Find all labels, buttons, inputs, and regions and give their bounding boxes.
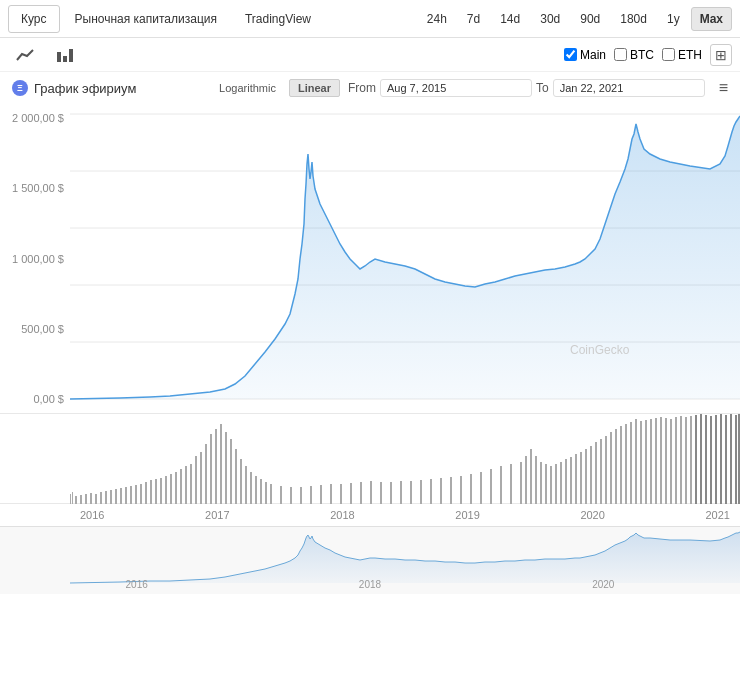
volume-area (0, 414, 740, 504)
tab-kurs[interactable]: Курс (8, 5, 60, 33)
x-axis-area: 2016 2017 2018 2019 2020 2021 (0, 504, 740, 526)
main-chart-canvas: CoinGecko (70, 104, 740, 413)
svg-rect-50 (265, 482, 267, 504)
svg-rect-52 (280, 486, 282, 504)
svg-rect-72 (480, 472, 482, 504)
logarithmic-scale-button[interactable]: Logarithmic (210, 79, 285, 97)
svg-rect-17 (100, 492, 102, 504)
svg-rect-106 (670, 419, 672, 504)
svg-rect-65 (410, 481, 412, 504)
svg-rect-73 (490, 469, 492, 504)
svg-rect-35 (190, 464, 192, 504)
fullscreen-button[interactable]: ⊞ (710, 44, 732, 66)
main-checkbox[interactable] (564, 48, 577, 61)
svg-rect-67 (430, 479, 432, 504)
mini-chart-area[interactable]: 2016 2018 2020 (0, 526, 740, 594)
svg-rect-40 (215, 429, 217, 504)
svg-rect-45 (240, 459, 242, 504)
svg-rect-31 (170, 474, 172, 504)
y-label-1000: 1 000,00 $ (4, 253, 64, 265)
x-label-2018: 2018 (330, 509, 354, 521)
svg-rect-93 (605, 436, 607, 504)
svg-rect-77 (525, 456, 527, 504)
eth-checkbox[interactable] (662, 48, 675, 61)
to-date-input[interactable] (553, 79, 705, 97)
svg-rect-30 (165, 476, 167, 504)
chart-header: Ξ График эфириум Logarithmic Linear From… (0, 72, 740, 104)
svg-rect-94 (610, 432, 612, 504)
svg-rect-83 (555, 464, 557, 504)
legend-main-label: Main (580, 48, 606, 62)
svg-rect-43 (230, 439, 232, 504)
svg-rect-89 (585, 449, 587, 504)
svg-rect-28 (155, 479, 157, 504)
svg-rect-18 (105, 491, 107, 504)
x-label-2019: 2019 (455, 509, 479, 521)
time-90d[interactable]: 90d (571, 7, 609, 31)
legend-eth[interactable]: ETH (662, 48, 702, 62)
to-label: To (536, 81, 549, 95)
svg-rect-48 (255, 476, 257, 504)
svg-rect-102 (650, 419, 652, 504)
y-axis: 2 000,00 $ 1 500,00 $ 1 000,00 $ 500,00 … (0, 104, 68, 413)
from-date-input[interactable] (380, 79, 532, 97)
svg-rect-25 (140, 484, 142, 504)
svg-rect-79 (535, 456, 537, 504)
time-30d[interactable]: 30d (531, 7, 569, 31)
btc-checkbox[interactable] (614, 48, 627, 61)
svg-rect-32 (175, 472, 177, 504)
svg-rect-111 (695, 415, 697, 504)
tab-tradingview[interactable]: TradingView (232, 5, 324, 33)
tab-group: Курс Рыночная капитализация TradingView (8, 5, 324, 33)
svg-rect-39 (210, 434, 212, 504)
svg-rect-16 (95, 494, 97, 504)
x-label-2016: 2016 (80, 509, 104, 521)
time-1y[interactable]: 1y (658, 7, 689, 31)
time-14d[interactable]: 14d (491, 7, 529, 31)
svg-rect-24 (135, 485, 137, 504)
svg-rect-38 (205, 444, 207, 504)
legend-btc[interactable]: BTC (614, 48, 654, 62)
eth-icon: Ξ (12, 80, 28, 96)
svg-rect-15 (90, 493, 92, 504)
legend-main[interactable]: Main (564, 48, 606, 62)
x-axis: 2016 2017 2018 2019 2020 2021 (70, 509, 740, 521)
top-nav: Курс Рыночная капитализация TradingView … (0, 0, 740, 38)
svg-rect-59 (350, 483, 352, 504)
line-chart-button[interactable] (8, 42, 42, 68)
svg-rect-112 (700, 414, 702, 504)
svg-rect-81 (545, 464, 547, 504)
svg-rect-99 (635, 419, 637, 504)
x-label-2021: 2021 (705, 509, 729, 521)
volume-chart-svg (70, 414, 740, 504)
svg-rect-70 (460, 476, 462, 504)
svg-rect-58 (340, 484, 342, 504)
svg-rect-75 (510, 464, 512, 504)
svg-rect-100 (640, 421, 642, 504)
time-max[interactable]: Max (691, 7, 732, 31)
time-7d[interactable]: 7d (458, 7, 489, 31)
toolbar-left (8, 42, 82, 68)
bar-chart-button[interactable] (48, 42, 82, 68)
svg-rect-118 (730, 414, 732, 504)
svg-rect-41 (220, 424, 222, 504)
scale-options: Logarithmic Linear (210, 79, 340, 97)
svg-rect-85 (565, 459, 567, 504)
linear-scale-button[interactable]: Linear (289, 79, 340, 97)
svg-rect-68 (440, 478, 442, 504)
time-180d[interactable]: 180d (611, 7, 656, 31)
mini-x-label-2020: 2020 (592, 579, 614, 590)
time-24h[interactable]: 24h (418, 7, 456, 31)
tab-market-cap[interactable]: Рыночная капитализация (62, 5, 230, 33)
legend-eth-label: ETH (678, 48, 702, 62)
x-label-2020: 2020 (580, 509, 604, 521)
svg-rect-63 (390, 482, 392, 504)
svg-rect-51 (270, 484, 272, 504)
svg-rect-3 (69, 49, 73, 62)
legend-btc-label: BTC (630, 48, 654, 62)
toolbar-right: Main BTC ETH ⊞ (564, 44, 732, 66)
svg-rect-27 (150, 480, 152, 504)
menu-icon[interactable]: ≡ (719, 79, 728, 97)
watermark-text: CoinGecko (570, 343, 630, 357)
svg-rect-76 (520, 462, 522, 504)
